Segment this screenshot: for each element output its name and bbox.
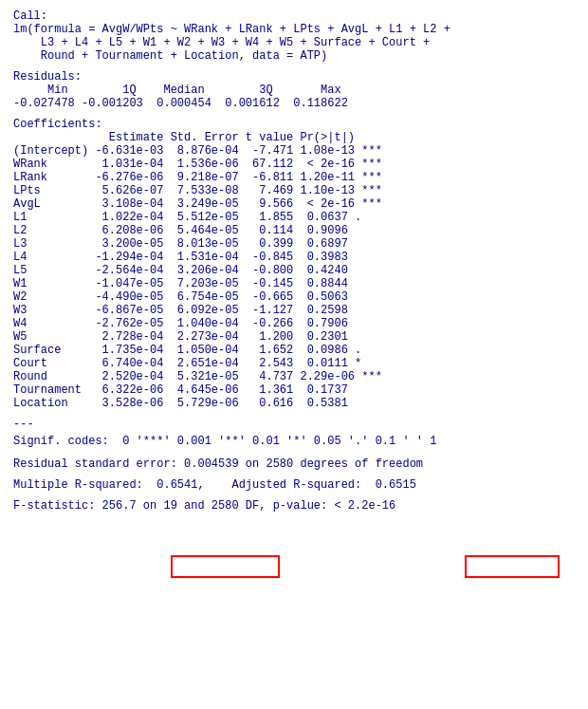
call-formula: lm(formula = AvgW/WPts ~ WRank + LRank +… bbox=[13, 23, 450, 63]
coefficients-label: Coefficients: bbox=[13, 118, 575, 131]
coeff-row: Tournament 6.322e-06 4.645e-06 1.361 0.1… bbox=[13, 383, 575, 397]
coeff-rows-container: (Intercept) -6.631e-03 8.876e-04 -7.471 … bbox=[13, 144, 575, 410]
footer-section: Residual standard error: 0.004539 on 258… bbox=[13, 456, 575, 514]
coeff-row: LRank -6.276e-06 9.218e-07 -6.811 1.20e-… bbox=[13, 171, 575, 184]
coeff-row: L1 1.022e-04 5.512e-05 1.855 0.0637 . bbox=[13, 211, 575, 224]
separator: --- bbox=[13, 418, 575, 431]
coeff-row: W2 -4.490e-05 6.754e-05 -0.665 0.5063 bbox=[13, 290, 575, 304]
coeff-row: WRank 1.031e-04 1.536e-06 67.112 < 2e-16… bbox=[13, 158, 575, 171]
coeff-row: Court 6.740e-04 2.651e-04 2.543 0.0111 * bbox=[13, 357, 575, 370]
coeff-row: (Intercept) -6.631e-03 8.876e-04 -7.471 … bbox=[13, 144, 575, 158]
footer-line1: Residual standard error: 0.004539 on 258… bbox=[13, 456, 575, 473]
coeff-row: LPts 5.626e-07 7.533e-08 7.469 1.10e-13 … bbox=[13, 184, 575, 197]
coeff-row: Round 2.520e-04 5.321e-05 4.737 2.29e-06… bbox=[13, 370, 575, 383]
residuals-section: Residuals: Min 1Q Median 3Q Max -0.02747… bbox=[13, 70, 575, 110]
highlight-box-1 bbox=[465, 555, 560, 578]
coeff-row: L3 3.200e-05 8.013e-05 0.399 0.6897 bbox=[13, 237, 575, 251]
coeff-row: W1 -1.047e-05 7.203e-05 -0.145 0.8844 bbox=[13, 277, 575, 290]
coeff-row: AvgL 3.108e-04 3.249e-05 9.566 < 2e-16 *… bbox=[13, 197, 575, 211]
coeff-row: L4 -1.294e-04 1.531e-04 -0.845 0.3983 bbox=[13, 251, 575, 264]
coeff-row: W4 -2.762e-05 1.040e-04 -0.266 0.7906 bbox=[13, 317, 575, 330]
signif-codes: Signif. codes: 0 '***' 0.001 '**' 0.01 '… bbox=[13, 435, 575, 448]
coeff-row: L2 6.208e-06 5.464e-05 0.114 0.9096 bbox=[13, 224, 575, 237]
coeff-row: Location 3.528e-06 5.729e-06 0.616 0.538… bbox=[13, 397, 575, 410]
call-label: Call: bbox=[13, 9, 47, 23]
coeff-header: Estimate Std. Error t value Pr(>|t|) bbox=[13, 131, 575, 144]
residuals-label: Residuals: bbox=[13, 70, 575, 84]
call-section: Call: lm(formula = AvgW/WPts ~ WRank + L… bbox=[13, 9, 575, 63]
coeff-row: Surface 1.735e-04 1.050e-04 1.652 0.0986… bbox=[13, 344, 575, 357]
footer-line3: F-statistic: 256.7 on 19 and 2580 DF, p-… bbox=[13, 497, 575, 514]
residuals-header: Min 1Q Median 3Q Max bbox=[13, 84, 575, 97]
coeff-row: L5 -2.564e-04 3.206e-04 -0.800 0.4240 bbox=[13, 264, 575, 277]
footer-line2: Multiple R-squared: 0.6541, Adjusted R-s… bbox=[13, 476, 575, 494]
residuals-values: -0.027478 -0.001203 0.000454 0.001612 0.… bbox=[13, 97, 575, 110]
coeff-row: W5 2.728e-04 2.273e-04 1.200 0.2301 bbox=[13, 330, 575, 344]
highlight-box-0 bbox=[171, 555, 280, 578]
coeff-row: W3 -6.867e-05 6.092e-05 -1.127 0.2598 bbox=[13, 304, 575, 317]
coefficients-section: Coefficients: Estimate Std. Error t valu… bbox=[13, 118, 575, 410]
